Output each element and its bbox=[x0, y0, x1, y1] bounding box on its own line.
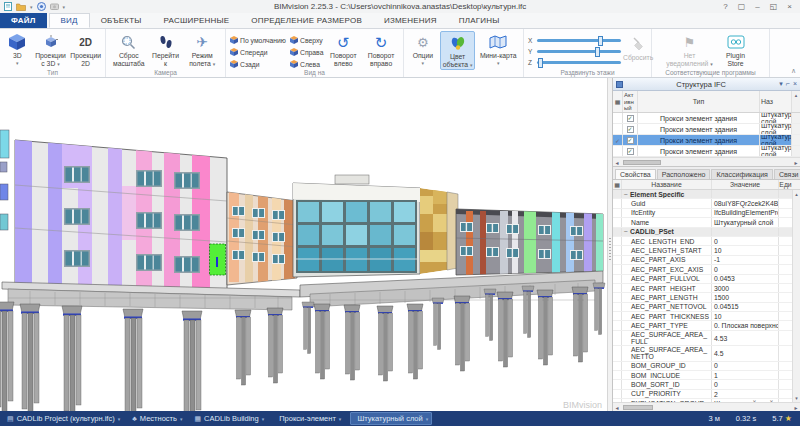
ribbon-collapse-icon[interactable]: ∧ bbox=[791, 67, 796, 75]
scroll-up-icon[interactable]: ▴ bbox=[795, 191, 798, 197]
window-control-button[interactable]: – bbox=[750, 1, 765, 12]
property-row[interactable]: AEC_PART_HEIGHT 3000 bbox=[613, 284, 800, 293]
open-folder-icon[interactable] bbox=[16, 3, 26, 11]
property-tab[interactable]: Расположено bbox=[657, 169, 711, 179]
plugin-store-button[interactable]: Plugin Store bbox=[716, 31, 756, 67]
property-row[interactable]: AEC_PART_FULLVOL 0.0453 bbox=[613, 275, 800, 284]
viewport-3d[interactable]: BIMvision bbox=[0, 78, 607, 411]
prop-col-unit[interactable]: Еди bbox=[779, 180, 792, 189]
projections-2d-button[interactable]: 2D Проекции 2D bbox=[70, 31, 101, 67]
dropdown-icon[interactable]: ▾ bbox=[180, 416, 183, 422]
ribbon-tab[interactable]: РАСШИРЕННЫЕ bbox=[153, 13, 241, 28]
tree-col-name[interactable]: Наз bbox=[760, 91, 792, 112]
view-globe-icon[interactable] bbox=[37, 2, 46, 11]
selected-plaster-element[interactable] bbox=[210, 244, 226, 275]
property-tab[interactable]: Связи bbox=[774, 169, 800, 179]
view-direction-item[interactable]: Справа bbox=[290, 46, 323, 58]
scroll-down-icon[interactable]: ▾ bbox=[795, 395, 798, 401]
rotate-right-button[interactable]: ↻ Поворот вправо bbox=[363, 31, 399, 67]
property-row[interactable]: AEC_PART_LENGTH 1500 bbox=[613, 293, 800, 302]
slider-track[interactable] bbox=[537, 50, 621, 53]
scroll-thumb[interactable] bbox=[623, 160, 661, 165]
dropdown-icon[interactable]: ▾ bbox=[426, 416, 429, 422]
reset-explode-button[interactable]: Сбросить bbox=[623, 31, 653, 61]
window-control-button[interactable]: ▢ bbox=[734, 1, 749, 12]
property-row[interactable]: AEC_SURFACE_AREA_NETTO 4.5 bbox=[613, 346, 800, 361]
glass-building[interactable] bbox=[293, 175, 458, 277]
property-row[interactable]: BOM_SORT_ID 0 bbox=[613, 380, 800, 389]
tree-row[interactable]: ✓ Прокси элемент здания Штукатурный слой bbox=[613, 124, 800, 135]
property-row[interactable]: AEC_PART_THICKNESS 10 bbox=[613, 312, 800, 321]
breadcrumb-item[interactable]: Прокси-элемент ▾ bbox=[273, 413, 344, 424]
breadcrumb-item[interactable]: Штукатурный слой ▾ bbox=[350, 412, 432, 425]
view-direction-item[interactable]: По умолчанию bbox=[230, 34, 286, 46]
flight-mode-button[interactable]: ✈ Режим полета ▾ bbox=[183, 31, 221, 68]
property-row[interactable]: AEC_PART_AXIS -1 bbox=[613, 256, 800, 265]
prop-vscrollbar[interactable]: ▴ ▾ bbox=[792, 190, 800, 402]
scroll-left-icon[interactable]: ◂ bbox=[613, 159, 621, 166]
property-row[interactable]: IfcEntity IfcBuildingElementProxy bbox=[613, 209, 800, 218]
property-row[interactable]: Name Штукатурный слой bbox=[613, 218, 800, 227]
slider-thumb[interactable] bbox=[538, 58, 543, 68]
panel-menu-icon[interactable]: ▾ bbox=[779, 80, 783, 88]
panel-pin-icon[interactable]: ⌐ bbox=[786, 80, 790, 88]
go-to-button[interactable]: Перейти к bbox=[150, 31, 182, 67]
window-control-button[interactable]: ? bbox=[718, 1, 733, 12]
reset-zoom-button[interactable]: Сброс масштаба bbox=[110, 31, 148, 67]
tree-col-active[interactable]: Активный bbox=[623, 91, 638, 112]
notifications-button[interactable]: ⚑ Нет уведомлений ▾ bbox=[666, 31, 714, 68]
tree-row[interactable]: ✓ Прокси элемент здания Штукатурный слой bbox=[613, 146, 800, 157]
slider-thumb[interactable] bbox=[598, 36, 603, 46]
scroll-left-icon[interactable]: ◂ bbox=[613, 404, 621, 411]
visibility-checkbox[interactable]: ✓ bbox=[627, 137, 634, 144]
ribbon-tab[interactable]: ФАЙЛ bbox=[0, 13, 47, 28]
customize-qat-icon[interactable]: ▾ bbox=[63, 4, 66, 10]
property-row[interactable]: BOM_GROUP_ID 0 bbox=[613, 362, 800, 371]
ribbon-tab[interactable]: ИЗМЕНЕНИЯ bbox=[373, 13, 448, 28]
scroll-right-icon[interactable]: ▸ bbox=[792, 159, 800, 166]
breadcrumb-item[interactable]: ▦ CADLib Building ▾ bbox=[191, 413, 267, 424]
property-row[interactable]: AEC_LENGTH_END 0 bbox=[613, 237, 800, 246]
scroll-thumb[interactable] bbox=[623, 405, 653, 410]
view-direction-item[interactable]: Спереди bbox=[230, 46, 286, 58]
tree-col-type[interactable]: Тип bbox=[638, 91, 760, 112]
slider-track[interactable] bbox=[537, 39, 621, 42]
object-color-button[interactable]: Цвет объекта ▾ bbox=[440, 31, 476, 70]
report-icon[interactable] bbox=[4, 2, 12, 11]
prop-hscrollbar[interactable]: ◂ ▸ bbox=[613, 402, 800, 411]
property-row[interactable]: −CADLib_PSet bbox=[613, 228, 800, 237]
slider-track[interactable] bbox=[537, 61, 621, 64]
property-row[interactable]: AEC_PART_EXC_AXIS 0 bbox=[613, 265, 800, 274]
dropdown-icon[interactable]: ▾ bbox=[262, 416, 265, 422]
visibility-checkbox[interactable]: ✓ bbox=[627, 148, 634, 155]
property-row[interactable]: −Element Specific bbox=[613, 190, 800, 199]
tree-scroll-up-icon[interactable]: ▴ bbox=[792, 91, 800, 112]
property-row[interactable]: AEC_SURFACE_AREA_FULL 4.53 bbox=[613, 331, 800, 346]
tree-row[interactable]: ✓ ✓ Прокси элемент здания Штукатурный сл… bbox=[613, 135, 800, 146]
ribbon-tab[interactable]: ВИД bbox=[49, 13, 90, 28]
property-row[interactable]: AEC_PART_NETTOVOL 0.04515 bbox=[613, 303, 800, 312]
property-row[interactable]: AEC_PART_TYPE 0. Плоская поверхность bbox=[613, 321, 800, 330]
breadcrumb-item[interactable]: ♣ Местность ▾ bbox=[129, 413, 185, 424]
property-row[interactable]: CUT_PRIORITY 2 bbox=[613, 390, 800, 399]
visibility-checkbox[interactable]: ✓ bbox=[627, 115, 634, 122]
projections-3d-button[interactable]: Проекции с 3D ▾ bbox=[33, 31, 69, 68]
rotate-left-button[interactable]: ↺ Поворот влево bbox=[325, 31, 361, 67]
dropdown-icon[interactable]: ▾ bbox=[339, 416, 342, 422]
slider-thumb[interactable] bbox=[595, 47, 600, 57]
view-direction-item[interactable]: Сверху bbox=[290, 34, 323, 46]
property-row[interactable]: BOM_INCLUDE 1 bbox=[613, 371, 800, 380]
breadcrumb-item[interactable]: ▤ CADLib Project (культурн.ifc) ▾ bbox=[4, 413, 123, 424]
left-building[interactable] bbox=[15, 138, 227, 293]
options-button[interactable]: ⚙ Опции ▾ bbox=[408, 31, 438, 67]
panel-close-icon[interactable]: × bbox=[793, 80, 797, 88]
prop-col-name[interactable]: Название bbox=[622, 180, 712, 189]
window-control-button[interactable]: × bbox=[782, 1, 797, 12]
scroll-right-icon[interactable]: ▸ bbox=[792, 404, 800, 411]
edge-building-fragment[interactable] bbox=[0, 130, 9, 230]
property-row[interactable]: Guid 08uIY8FQr2cek2K4BP6M_T bbox=[613, 199, 800, 208]
ribbon-tab[interactable]: ОПРЕДЕЛЕНИЕ РАЗМЕРОВ bbox=[240, 13, 373, 28]
property-tab[interactable]: Классификация bbox=[711, 169, 772, 179]
prop-col-value[interactable]: Значение bbox=[712, 180, 779, 189]
tree-hscrollbar[interactable]: ◂ ▸ bbox=[613, 157, 800, 166]
